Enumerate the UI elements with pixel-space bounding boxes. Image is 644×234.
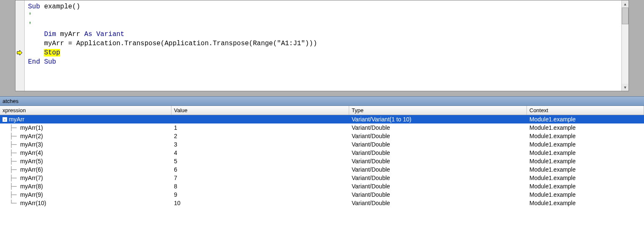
watches-panel: xpression Value Type Context - myArrVari… bbox=[0, 106, 644, 234]
watch-cell-expression: ├─ myArr(9) bbox=[0, 190, 171, 199]
watch-cell-value: 4 bbox=[171, 149, 349, 157]
watch-row-child[interactable]: ├─ myArr(5)5Variant/DoubleModule1.exampl… bbox=[0, 157, 644, 165]
watches-header-type[interactable]: Type bbox=[349, 106, 527, 115]
watch-row-child[interactable]: ├─ myArr(1)1Variant/DoubleModule1.exampl… bbox=[0, 123, 644, 132]
watch-cell-type: Variant/Double bbox=[349, 199, 527, 207]
watch-cell-type: Variant/Double bbox=[349, 165, 527, 174]
watch-cell-expression: ├─ myArr(5) bbox=[0, 157, 171, 165]
watch-cell-context: Module1.example bbox=[527, 115, 644, 123]
watch-cell-type: Variant/Double bbox=[349, 182, 527, 190]
watch-row-child[interactable]: ├─ myArr(4)4Variant/DoubleModule1.exampl… bbox=[0, 149, 644, 157]
watch-cell-value: 7 bbox=[171, 174, 349, 182]
watch-cell-context: Module1.example bbox=[527, 140, 644, 149]
tree-line-icon: ├─ bbox=[3, 149, 20, 157]
tree-line-icon: ├─ bbox=[3, 140, 20, 149]
tree-line-icon: ├─ bbox=[3, 123, 20, 132]
watch-cell-value: 2 bbox=[171, 132, 349, 140]
watch-cell-value: 1 bbox=[171, 123, 349, 132]
watch-cell-type: Variant/Double bbox=[349, 123, 527, 132]
watch-row-child[interactable]: ├─ myArr(7)7Variant/DoubleModule1.exampl… bbox=[0, 174, 644, 182]
watch-cell-expression: ├─ myArr(8) bbox=[0, 182, 171, 190]
tree-line-icon: └─ bbox=[3, 199, 20, 207]
watch-cell-type: Variant/Double bbox=[349, 132, 527, 140]
watch-cell-value: 3 bbox=[171, 140, 349, 149]
watch-cell-type: Variant/Double bbox=[349, 190, 527, 199]
watch-cell-context: Module1.example bbox=[527, 132, 644, 140]
watch-cell-value: 6 bbox=[171, 165, 349, 174]
watch-cell-context: Module1.example bbox=[527, 165, 644, 174]
watch-cell-expression: └─ myArr(10) bbox=[0, 199, 171, 207]
watch-cell-context: Module1.example bbox=[527, 190, 644, 199]
watch-row-child[interactable]: ├─ myArr(2)2Variant/DoubleModule1.exampl… bbox=[0, 132, 644, 140]
watch-cell-expression: ├─ myArr(4) bbox=[0, 149, 171, 157]
watch-cell-value: 5 bbox=[171, 157, 349, 165]
scroll-track[interactable] bbox=[622, 8, 629, 84]
scroll-up-icon[interactable]: ▲ bbox=[622, 0, 629, 8]
tree-line-icon: ├─ bbox=[3, 132, 20, 140]
tree-line-icon: ├─ bbox=[3, 174, 20, 182]
watch-row-root[interactable]: - myArrVariant/Variant(1 to 10)Module1.e… bbox=[0, 115, 644, 123]
code-margin bbox=[15, 0, 25, 91]
watch-cell-type: Variant/Double bbox=[349, 149, 527, 157]
tree-collapse-icon[interactable]: - bbox=[3, 117, 7, 122]
execution-pointer-icon bbox=[17, 50, 23, 56]
watches-header-context[interactable]: Context bbox=[527, 106, 644, 115]
watch-cell-context: Module1.example bbox=[527, 123, 644, 132]
watch-row-child[interactable]: ├─ myArr(8)8Variant/DoubleModule1.exampl… bbox=[0, 182, 644, 190]
scroll-down-icon[interactable]: ▼ bbox=[622, 84, 629, 91]
watches-header-expression[interactable]: xpression bbox=[0, 106, 171, 115]
watch-cell-expression: ├─ myArr(6) bbox=[0, 165, 171, 174]
watch-cell-value: 10 bbox=[171, 199, 349, 207]
scroll-thumb[interactable] bbox=[622, 8, 629, 24]
watches-panel-title: atches bbox=[0, 96, 644, 106]
tree-line-icon: ├─ bbox=[3, 182, 20, 190]
watch-cell-expression: ├─ myArr(3) bbox=[0, 140, 171, 149]
watches-header-value[interactable]: Value bbox=[171, 106, 349, 115]
code-editor-pane: Sub example()'' Dim myArr As Variant myA… bbox=[0, 0, 644, 96]
watch-cell-expression: - myArr bbox=[0, 115, 171, 123]
watch-cell-context: Module1.example bbox=[527, 182, 644, 190]
watch-cell-value: 8 bbox=[171, 182, 349, 190]
code-vertical-scrollbar[interactable]: ▲ ▼ bbox=[621, 0, 629, 91]
watch-row-child[interactable]: ├─ myArr(9)9Variant/DoubleModule1.exampl… bbox=[0, 190, 644, 199]
watch-cell-context: Module1.example bbox=[527, 157, 644, 165]
watch-row-child[interactable]: └─ myArr(10)10Variant/DoubleModule1.exam… bbox=[0, 199, 644, 207]
watch-cell-value: 9 bbox=[171, 190, 349, 199]
watch-cell-expression: ├─ myArr(1) bbox=[0, 123, 171, 132]
watches-grid-body: - myArrVariant/Variant(1 to 10)Module1.e… bbox=[0, 115, 644, 234]
watch-row-child[interactable]: ├─ myArr(6)6Variant/DoubleModule1.exampl… bbox=[0, 165, 644, 174]
watch-cell-type: Variant/Double bbox=[349, 174, 527, 182]
tree-line-icon: ├─ bbox=[3, 190, 20, 199]
watch-cell-type: Variant/Double bbox=[349, 157, 527, 165]
watch-cell-expression: ├─ myArr(2) bbox=[0, 132, 171, 140]
watches-header-row: xpression Value Type Context bbox=[0, 106, 644, 115]
watch-cell-context: Module1.example bbox=[527, 174, 644, 182]
watch-cell-context: Module1.example bbox=[527, 199, 644, 207]
tree-line-icon: ├─ bbox=[3, 165, 20, 174]
watch-row-child[interactable]: ├─ myArr(3)3Variant/DoubleModule1.exampl… bbox=[0, 140, 644, 149]
watch-cell-expression: ├─ myArr(7) bbox=[0, 174, 171, 182]
tree-line-icon: ├─ bbox=[3, 157, 20, 165]
svg-marker-0 bbox=[17, 50, 22, 55]
watch-cell-type: Variant/Double bbox=[349, 140, 527, 149]
watch-cell-value bbox=[171, 115, 349, 123]
watch-cell-type: Variant/Variant(1 to 10) bbox=[349, 115, 527, 123]
watch-cell-context: Module1.example bbox=[527, 149, 644, 157]
code-text[interactable]: Sub example()'' Dim myArr As Variant myA… bbox=[25, 0, 621, 91]
